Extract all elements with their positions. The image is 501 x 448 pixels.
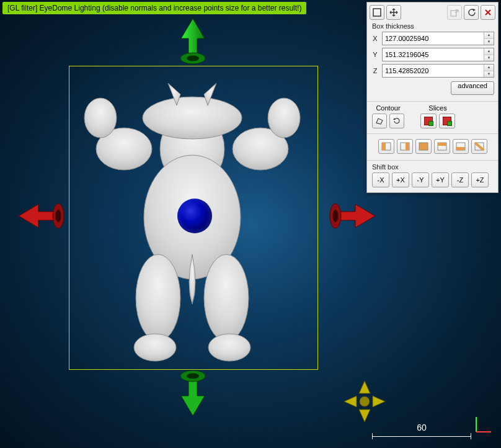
shift-minus-y-button[interactable]: -Y bbox=[412, 172, 429, 187]
svg-rect-35 bbox=[382, 143, 386, 150]
slices-label: Slices bbox=[428, 104, 446, 112]
svg-rect-31 bbox=[451, 11, 456, 16]
gizmo-arrow-up[interactable] bbox=[179, 19, 207, 68]
reset-button[interactable] bbox=[464, 5, 479, 20]
svg-point-27 bbox=[360, 396, 370, 406]
gizmo-arrow-right[interactable] bbox=[326, 202, 375, 230]
svg-point-13 bbox=[187, 56, 199, 61]
svg-point-1 bbox=[143, 97, 242, 139]
svg-point-10 bbox=[208, 334, 250, 361]
x-spinner[interactable]: ▲▼ bbox=[484, 32, 494, 45]
z-thickness-input[interactable]: 115.42852020 ▲▼ bbox=[382, 64, 494, 78]
svg-rect-30 bbox=[373, 9, 381, 16]
svg-marker-14 bbox=[181, 380, 205, 416]
z-thickness-value: 115.42852020 bbox=[383, 67, 484, 74]
cross-section-panel: Box thickness X 127.00025940 ▲▼ Y 151.32… bbox=[366, 2, 499, 193]
svg-point-9 bbox=[134, 334, 176, 361]
svg-marker-24 bbox=[359, 410, 370, 422]
gizmo-center-sphere[interactable] bbox=[177, 199, 212, 233]
x-thickness-input[interactable]: 127.00025940 ▲▼ bbox=[382, 32, 494, 45]
svg-marker-26 bbox=[373, 396, 385, 407]
contour-refresh-button[interactable] bbox=[389, 114, 404, 128]
contour-extract-button[interactable] bbox=[372, 114, 387, 128]
slice-single-button[interactable] bbox=[420, 114, 437, 128]
shift-minus-z-button[interactable]: -Z bbox=[451, 172, 469, 187]
nav-compass[interactable] bbox=[343, 380, 386, 423]
svg-marker-32 bbox=[473, 9, 476, 11]
y-thickness-value: 151.32196045 bbox=[383, 51, 484, 58]
svg-marker-11 bbox=[181, 19, 205, 55]
z-axis-label: Z bbox=[371, 67, 379, 74]
move-mode-button[interactable] bbox=[386, 5, 401, 20]
svg-marker-20 bbox=[339, 204, 375, 228]
shift-plus-x-button[interactable]: +X bbox=[392, 172, 409, 187]
svg-point-7 bbox=[136, 254, 180, 341]
svg-rect-42 bbox=[456, 147, 465, 150]
ortho-front-button[interactable] bbox=[378, 139, 394, 154]
3d-viewport[interactable]: [GL filter] EyeDome Lighting (disable no… bbox=[0, 0, 501, 448]
ortho-right-button[interactable] bbox=[434, 139, 450, 154]
ortho-bottom-button[interactable] bbox=[471, 139, 487, 154]
export-selection-button[interactable] bbox=[447, 5, 462, 20]
ortho-back-button[interactable] bbox=[397, 139, 413, 154]
y-axis-label: Y bbox=[371, 51, 379, 58]
svg-point-8 bbox=[204, 254, 249, 341]
shift-plus-z-button[interactable]: +Z bbox=[471, 172, 489, 187]
axis-trihedron bbox=[472, 414, 494, 436]
svg-marker-17 bbox=[19, 204, 55, 228]
gizmo-arrow-left[interactable] bbox=[19, 202, 68, 230]
advanced-button[interactable]: advanced bbox=[451, 81, 494, 95]
close-button[interactable] bbox=[481, 5, 495, 20]
ortho-left-button[interactable] bbox=[415, 139, 432, 154]
svg-point-6 bbox=[268, 98, 300, 138]
svg-point-5 bbox=[84, 98, 117, 138]
x-axis-label: X bbox=[371, 35, 379, 42]
restore-view-button[interactable] bbox=[370, 5, 384, 20]
ortho-top-button[interactable] bbox=[453, 139, 469, 154]
svg-rect-37 bbox=[406, 143, 409, 150]
svg-point-19 bbox=[56, 210, 61, 222]
x-thickness-value: 127.00025940 bbox=[383, 35, 484, 42]
y-spinner[interactable]: ▲▼ bbox=[484, 48, 494, 61]
scale-bar: 60 bbox=[372, 423, 471, 437]
svg-rect-38 bbox=[419, 143, 428, 150]
gl-filter-banner: [GL filter] EyeDome Lighting (disable no… bbox=[2, 2, 306, 14]
shift-plus-y-button[interactable]: +Y bbox=[432, 172, 449, 187]
y-thickness-input[interactable]: 151.32196045 ▲▼ bbox=[382, 48, 494, 61]
z-spinner[interactable]: ▲▼ bbox=[484, 65, 494, 77]
shift-minus-x-button[interactable]: -X bbox=[372, 172, 389, 187]
contour-label: Contour bbox=[376, 104, 400, 112]
svg-marker-25 bbox=[344, 396, 357, 407]
slice-multi-button[interactable] bbox=[439, 114, 455, 128]
svg-rect-40 bbox=[438, 143, 446, 146]
svg-point-16 bbox=[187, 374, 199, 379]
shift-box-label: Shift box bbox=[372, 163, 495, 171]
svg-point-22 bbox=[333, 210, 339, 222]
scale-value: 60 bbox=[417, 423, 427, 432]
gizmo-arrow-down[interactable] bbox=[179, 366, 207, 416]
box-thickness-label: Box thickness bbox=[372, 22, 495, 30]
svg-marker-23 bbox=[359, 381, 370, 393]
